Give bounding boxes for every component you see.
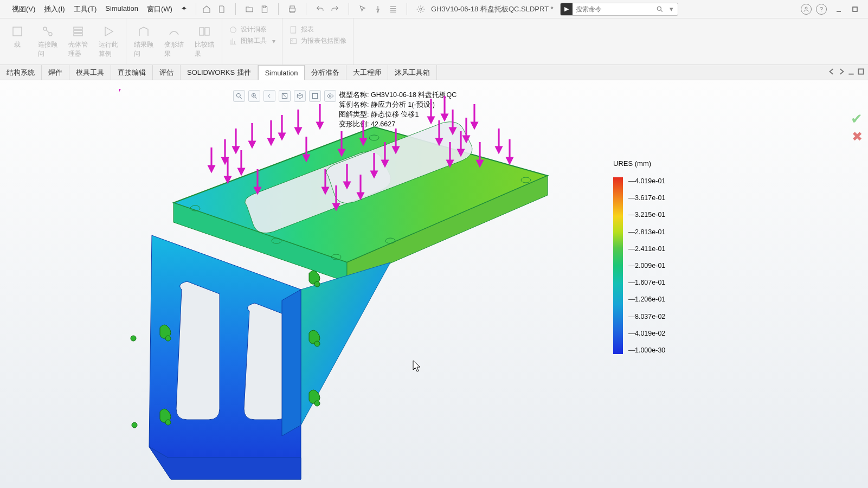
legend-ticks: 4.019e-01 3.617e-01 3.215e-01 2.813e-01 …	[628, 177, 665, 354]
svg-rect-9	[291, 27, 295, 33]
next-tab-icon[interactable]	[838, 68, 845, 78]
quick-access-toolbar	[201, 3, 427, 15]
text-menus: 视图(V) 插入(I) 工具(T) Simulation 窗口(W) ✦	[0, 2, 191, 16]
ribbon-btn-deform-results[interactable]: 变形结 果	[159, 22, 189, 59]
legend-gradient-bar	[613, 177, 623, 354]
feature-tab-strip: 结构系统 焊件 模具工具 直接编辑 评估 SOLIDWORKS 插件 Simul…	[0, 65, 868, 80]
new-icon[interactable]	[216, 3, 228, 15]
cursor-icon	[412, 360, 422, 374]
tab-evaluate[interactable]: 评估	[153, 65, 181, 80]
ribbon-btn-shell-manager[interactable]: 壳体管 理器	[63, 22, 93, 59]
window-buttons	[831, 4, 863, 15]
tab-structure-system[interactable]: 结构系统	[0, 65, 42, 80]
ribbon-item-design-insight[interactable]: 设计洞察	[229, 25, 275, 34]
ribbon-btn-results-advisor[interactable]: 结果顾 问	[128, 22, 159, 59]
doc-restore-icon[interactable]	[857, 68, 865, 78]
legend-tick: 2.009e-01	[628, 262, 665, 269]
tab-sw-addins[interactable]: SOLIDWORKS 插件	[181, 65, 258, 80]
search-icon[interactable]	[654, 5, 666, 13]
ribbon-item-include-image[interactable]: 为报表包括图像	[289, 36, 346, 46]
fea-model-render	[119, 89, 553, 488]
svg-point-28	[131, 336, 136, 341]
svg-point-11	[292, 40, 293, 41]
ribbon-btn-load[interactable]: 载	[2, 22, 33, 49]
divider	[235, 3, 236, 15]
legend-tick: 4.019e-01	[628, 177, 665, 185]
menu-view[interactable]: 视图(V)	[8, 2, 40, 16]
minimize-button[interactable]	[831, 4, 846, 15]
cancel-x-icon[interactable]: ✖	[852, 129, 863, 144]
tab-direct-edit[interactable]: 直接编辑	[111, 65, 153, 80]
ribbon-label: 变形结 果	[164, 40, 184, 59]
home-icon[interactable]	[201, 3, 213, 15]
command-search[interactable]: ▶ ▾	[560, 3, 678, 16]
legend-tick: 3.215e-01	[628, 211, 665, 219]
document-title: GH3V10-06-18 料盘托板QC.SLDPRT *	[431, 4, 554, 14]
svg-point-1	[657, 7, 661, 10]
menu-insert[interactable]: 插入(I)	[40, 2, 69, 16]
svg-rect-12	[858, 69, 863, 74]
svg-point-24	[165, 420, 171, 425]
tab-simulation[interactable]: Simulation	[258, 65, 305, 80]
gear-icon[interactable]	[415, 3, 427, 15]
ribbon-group-2: 结果顾 问 变形结 果 比较结 果	[126, 18, 222, 65]
select-icon[interactable]	[357, 3, 369, 15]
save-icon[interactable]	[259, 3, 271, 15]
tab-mufeng-toolbox[interactable]: 沐风工具箱	[388, 65, 437, 80]
divider	[349, 3, 349, 15]
undo-icon[interactable]	[314, 3, 326, 15]
svg-point-23	[165, 336, 171, 341]
ribbon-btn-run-study[interactable]: 运行此 算例	[93, 22, 124, 59]
pin-icon[interactable]	[372, 3, 384, 15]
search-input[interactable]	[573, 5, 654, 13]
ribbon-label: 运行此 算例	[99, 40, 118, 59]
tab-mold-tools[interactable]: 模具工具	[69, 65, 111, 80]
help-icon[interactable]: ?	[816, 4, 827, 15]
maximize-button[interactable]	[847, 4, 863, 15]
menu-simulation[interactable]: Simulation	[101, 2, 143, 16]
legend-tick: 2.411e-01	[628, 245, 665, 253]
tab-weldments[interactable]: 焊件	[42, 65, 69, 80]
svg-point-25	[314, 281, 320, 287]
ribbon: 载 连接顾 问 壳体管 理器 运行此 算例 结果顾 问 变形结 果 比较结 果 …	[0, 18, 868, 65]
graphics-viewport[interactable]: 模型名称: GH3V10-06-18 料盘托板QC 算例名称: 静应力分析 1(…	[0, 80, 868, 488]
svg-point-26	[314, 341, 320, 346]
ribbon-item-report[interactable]: 报表	[289, 25, 346, 34]
divider	[278, 3, 279, 15]
ribbon-group-1: 载 连接顾 问 壳体管 理器 运行此 算例	[0, 18, 126, 65]
ribbon-label: 为报表包括图像	[301, 36, 346, 46]
ribbon-label: 载	[14, 40, 21, 49]
ribbon-group-4: 报表 为报表包括图像	[282, 18, 353, 65]
svg-rect-6	[200, 28, 204, 35]
tab-da-engineer[interactable]: 大工程师	[346, 65, 388, 80]
menu-window[interactable]: 窗口(W)	[143, 2, 177, 16]
search-prefix-icon: ▶	[561, 3, 573, 15]
ribbon-label: 报表	[301, 25, 314, 34]
legend-tick: 1.000e-30	[628, 346, 665, 354]
divider	[407, 3, 407, 15]
open-icon[interactable]	[243, 3, 255, 15]
redo-icon[interactable]	[329, 3, 341, 15]
legend-tick: 4.019e-02	[628, 330, 665, 337]
search-dropdown-icon[interactable]: ▾	[666, 5, 678, 13]
svg-rect-10	[291, 38, 297, 43]
prev-tab-icon[interactable]	[828, 68, 835, 78]
ribbon-btn-compare-results[interactable]: 比较结 果	[189, 22, 220, 59]
print-icon[interactable]	[286, 3, 298, 15]
ribbon-label: 结果顾 问	[134, 40, 153, 59]
ribbon-btn-connect-advisor[interactable]: 连接顾 问	[33, 22, 63, 59]
menu-more-icon[interactable]: ✦	[177, 2, 191, 16]
confirm-check-icon[interactable]: ✔	[851, 111, 863, 127]
list-icon[interactable]	[387, 3, 399, 15]
legend-tick: 8.037e-02	[628, 313, 665, 320]
ribbon-label: 比较结 果	[195, 40, 214, 59]
tab-analysis-prep[interactable]: 分析准备	[305, 65, 346, 80]
ribbon-label: 连接顾 问	[38, 40, 57, 59]
divider	[196, 3, 196, 15]
legend-tick: 3.617e-01	[628, 194, 665, 202]
user-icon[interactable]	[801, 4, 812, 15]
menu-tools[interactable]: 工具(T)	[69, 2, 101, 16]
ribbon-item-plot-tools[interactable]: 图解工具▾	[229, 36, 275, 46]
menu-bar: 视图(V) 插入(I) 工具(T) Simulation 窗口(W) ✦ GH3…	[0, 0, 868, 18]
doc-minimize-icon[interactable]	[847, 68, 855, 78]
